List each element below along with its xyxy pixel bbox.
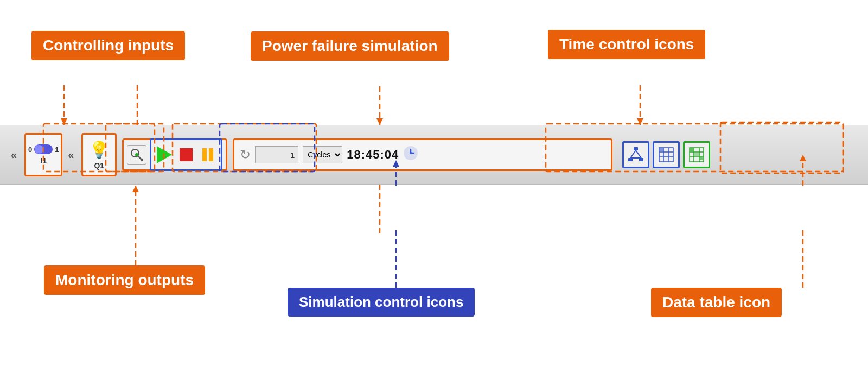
- pause-bar-left: [202, 148, 207, 161]
- play-stop-pause-group: [150, 138, 222, 171]
- play-button[interactable]: [155, 145, 174, 165]
- svg-rect-8: [634, 147, 638, 150]
- pause-bars-icon: [202, 148, 213, 161]
- svg-marker-49: [637, 118, 643, 125]
- refresh-icon[interactable]: ↻: [240, 147, 251, 162]
- power-failure-group: [122, 138, 227, 171]
- clock-svg-icon: [403, 146, 418, 161]
- svg-point-7: [410, 152, 412, 154]
- data-table-label: Data table icon: [651, 288, 782, 317]
- network-topology-icon: [627, 146, 644, 163]
- monitoring-outputs-label: Monitoring outputs: [44, 265, 205, 295]
- time-control-label: Time control icons: [548, 30, 705, 59]
- i1-top: 0 1: [28, 144, 59, 154]
- time-control-group: ↻ Cycles 18:45:04: [233, 138, 612, 171]
- table-blue-button[interactable]: [653, 141, 680, 168]
- search-cursor-button[interactable]: [127, 145, 146, 165]
- cycles-select[interactable]: Cycles: [303, 146, 342, 163]
- time-display: 18:45:04: [347, 148, 399, 162]
- power-failure-label: Power failure simulation: [251, 31, 449, 61]
- i1-zero: 0: [28, 146, 32, 154]
- svg-point-2: [135, 153, 138, 156]
- q1-label: Q1: [94, 161, 104, 170]
- search-cursor-icon: [129, 147, 144, 162]
- simulation-control-label: Simulation control icons: [288, 288, 475, 317]
- right-icons-group: [622, 141, 710, 168]
- i1-knob: [35, 145, 43, 154]
- toolbar-strip: « 0 1 I1 « 💡 Q1: [0, 125, 868, 185]
- svg-rect-27: [700, 157, 703, 160]
- stop-button[interactable]: [176, 145, 196, 165]
- svg-marker-44: [61, 118, 67, 125]
- table-green-button[interactable]: [683, 141, 710, 168]
- controlling-inputs-label: Controlling inputs: [31, 31, 185, 60]
- stop-square-icon: [180, 148, 193, 161]
- i1-toggle[interactable]: [34, 144, 53, 154]
- table-blue-icon: [658, 147, 674, 163]
- svg-rect-19: [660, 148, 663, 151]
- svg-rect-26: [694, 153, 699, 156]
- cycles-input[interactable]: [255, 146, 298, 163]
- svg-rect-25: [690, 148, 693, 151]
- clock-icon[interactable]: [403, 146, 418, 164]
- i1-widget[interactable]: 0 1 I1: [24, 133, 62, 176]
- network-icon-button[interactable]: [622, 141, 649, 168]
- pause-bar-right: [209, 148, 213, 161]
- left-chevron-2[interactable]: «: [68, 149, 74, 161]
- i1-one: 1: [55, 146, 59, 154]
- svg-line-12: [636, 150, 641, 158]
- svg-line-11: [630, 150, 636, 158]
- table-green-icon: [688, 147, 705, 163]
- bulb-icon: 💡: [89, 140, 109, 159]
- svg-marker-46: [132, 186, 139, 192]
- svg-marker-3: [140, 158, 143, 161]
- pause-button[interactable]: [198, 145, 218, 165]
- play-triangle-icon: [157, 146, 172, 163]
- left-chevron-1[interactable]: «: [11, 149, 17, 161]
- svg-marker-45: [376, 118, 383, 125]
- i1-label: I1: [40, 156, 47, 165]
- q1-widget: 💡 Q1: [81, 133, 117, 176]
